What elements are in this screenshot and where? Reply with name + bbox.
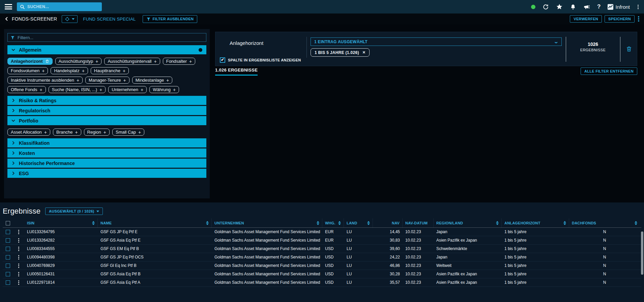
filter-search-field[interactable] xyxy=(7,33,206,42)
sort-icon[interactable] xyxy=(315,221,319,225)
column-header-nav[interactable]: NAV xyxy=(373,219,403,227)
filter-chip-region[interactable]: Region+ xyxy=(84,129,110,136)
filter-chip-anlagehorizont[interactable]: Anlagehorizont xyxy=(7,58,53,65)
row-kebab-menu[interactable] xyxy=(18,254,20,260)
back-icon[interactable] xyxy=(4,16,9,22)
discard-button[interactable]: VERWERFEN xyxy=(570,15,602,23)
filter-chip-fondsalter[interactable]: Fondsalter+ xyxy=(163,58,196,65)
scrollbar-thumb[interactable] xyxy=(641,231,643,275)
sort-icon[interactable] xyxy=(494,221,499,225)
vertical-scrollbar[interactable] xyxy=(641,231,643,299)
horizon-select[interactable]: 1 EINTRAG AUSGEWÄHLT ⌄ xyxy=(311,37,562,46)
help-icon[interactable]: ? xyxy=(597,3,601,10)
row-kebab-menu[interactable] xyxy=(18,238,20,243)
table-row[interactable]: LU0094480398GSF GS JP Eq Ptf OCSGoldman … xyxy=(3,253,641,262)
filter-section-risiko-ratings[interactable]: Risiko & Ratings xyxy=(7,96,206,105)
sort-icon[interactable] xyxy=(633,221,637,225)
column-header-anlagehorizont[interactable]: ANLAGEHORIZONT xyxy=(502,219,569,227)
column-header-dachfonds[interactable]: DACHFONDS xyxy=(569,219,640,227)
filter-chip-mindestanlage[interactable]: Mindestanlage+ xyxy=(132,77,173,84)
column-header-land[interactable]: LAND xyxy=(344,219,373,227)
filter-chip-asset-allocation[interactable]: Asset Allocation+ xyxy=(7,129,50,136)
toolbar-kebab-menu[interactable] xyxy=(637,16,640,22)
cell-whg: USD xyxy=(322,255,344,259)
column-header-unternehmen[interactable]: UNTERNEHMEN xyxy=(212,219,322,227)
selected-dropdown[interactable]: AUSGEWÄHLT (0 / 1026) xyxy=(45,208,103,215)
topbar-kebab-menu[interactable] xyxy=(637,4,639,10)
link-channel-button[interactable] xyxy=(62,15,78,23)
remove-value-icon[interactable]: ✕ xyxy=(362,50,366,55)
select-all-checkbox[interactable] xyxy=(6,221,10,225)
column-header-name[interactable]: NAME xyxy=(98,219,212,227)
sort-icon[interactable] xyxy=(336,221,341,225)
search-input[interactable] xyxy=(27,4,99,9)
row-kebab-menu[interactable] xyxy=(18,280,20,285)
row-kebab-menu[interactable] xyxy=(18,271,20,277)
filter-section-regulatorisch[interactable]: Regulatorisch xyxy=(7,106,206,115)
results-count-link[interactable]: 1.026 ERGEBNISSE xyxy=(215,67,258,76)
filter-section-klassifikation[interactable]: Klassifikation xyxy=(7,138,206,147)
row-checkbox[interactable] xyxy=(6,280,10,285)
filter-chip-fondsvolumen[interactable]: Fondsvolumen+ xyxy=(7,67,48,74)
star-icon[interactable] xyxy=(556,3,563,10)
row-checkbox[interactable] xyxy=(6,255,10,259)
filter-chip-handelsplatz[interactable]: Handelsplatz+ xyxy=(51,67,88,74)
filter-chip-branche[interactable]: Branche+ xyxy=(53,129,81,136)
selected-value-chip[interactable]: 1 BIS 5 JAHRE (1.026) ✕ xyxy=(311,48,370,57)
table-row[interactable]: LU0083344555GSF GS EM Eq Ptf BGoldman Sa… xyxy=(3,245,641,253)
filter-chip-w-hrung[interactable]: Währung+ xyxy=(149,86,179,93)
row-checkbox[interactable] xyxy=(6,264,10,268)
filter-chip-aussch-ttungsintervall[interactable]: Ausschüttungsintervall+ xyxy=(104,58,160,65)
table-row[interactable]: LU0133264795GSF GS JP Eq Ptf EGoldman Sa… xyxy=(3,228,641,236)
filter-search-input[interactable] xyxy=(18,35,203,40)
hamburger-menu-icon[interactable] xyxy=(5,4,12,9)
sort-icon[interactable] xyxy=(204,221,209,225)
checkbox-icon[interactable] xyxy=(220,57,225,63)
refresh-icon[interactable] xyxy=(543,4,549,10)
row-checkbox[interactable] xyxy=(6,230,10,234)
filter-chip-aussch-ttungstyp[interactable]: Ausschüttungstyp+ xyxy=(55,58,102,65)
row-kebab-menu[interactable] xyxy=(18,263,20,269)
result-count-label: ERGEBNISSE xyxy=(566,48,620,52)
sort-icon[interactable] xyxy=(365,221,370,225)
filter-section-historische-performance[interactable]: Historische Performance xyxy=(7,159,206,168)
save-button[interactable]: SPEICHERN xyxy=(605,15,635,23)
row-checkbox[interactable] xyxy=(6,247,10,251)
row-kebab-menu[interactable] xyxy=(18,246,20,252)
column-header-whg[interactable]: WHG. xyxy=(322,219,344,227)
filter-chip-inaktive-instrumente-ausblenden[interactable]: Inaktive Instrumente ausblenden+ xyxy=(7,77,83,84)
filter-chip-small-cap[interactable]: Small Cap+ xyxy=(112,129,144,136)
filter-section-esg[interactable]: ESG xyxy=(7,169,206,178)
remove-filter-button[interactable] xyxy=(620,32,638,66)
clear-all-filters-button[interactable]: ALLE FILTER ENTFERNEN xyxy=(581,67,637,75)
column-header-isin[interactable]: ISIN xyxy=(24,219,98,227)
chip-label: Asset Allocation xyxy=(11,130,42,135)
sort-icon[interactable] xyxy=(561,221,566,225)
bell-icon[interactable] xyxy=(570,4,576,10)
divider xyxy=(306,37,307,58)
column-header-region-land[interactable]: REGION/LAND xyxy=(434,219,502,227)
table-row[interactable]: LU0122971814GSF GS Asia Eq Ptf AGoldman … xyxy=(3,278,641,287)
filter-chip-manager-tenure[interactable]: Manager-Tenure+ xyxy=(85,77,129,84)
global-search[interactable] xyxy=(17,2,102,11)
filter-section-portfolio[interactable]: Portfolio xyxy=(7,116,206,125)
filter-chip-offene-fonds[interactable]: Offene Fonds+ xyxy=(7,86,46,93)
filter-chip-haupttranche[interactable]: Haupttranche+ xyxy=(91,67,129,74)
filter-chip-unternehmen[interactable]: Unternehmen+ xyxy=(108,86,147,93)
sort-icon[interactable] xyxy=(90,221,95,225)
row-checkbox[interactable] xyxy=(6,238,10,243)
trash-icon[interactable] xyxy=(45,59,49,63)
megaphone-icon[interactable] xyxy=(583,3,590,10)
row-kebab-menu[interactable] xyxy=(18,229,20,235)
table-row[interactable]: LU0040769829GSF Gl Eq Inc Ptf BGoldman S… xyxy=(3,262,641,270)
table-row[interactable]: LU0133264282GSF GS Asia Eq Ptf EGoldman … xyxy=(3,236,641,245)
filter-chip-suche-name-isin[interactable]: Suche (Name, ISIN, ...)+ xyxy=(49,86,106,93)
column-header-nav-datum[interactable]: NAV-DATUM xyxy=(403,219,434,227)
hide-filters-button[interactable]: FILTER AUSBLENDEN xyxy=(143,15,198,23)
show-column-checkbox[interactable]: SPALTE IN ERGEBNISLISTE ANZEIGEN xyxy=(220,57,301,63)
filter-section-kosten[interactable]: Kosten xyxy=(7,148,206,158)
row-checkbox[interactable] xyxy=(6,272,10,276)
table-row[interactable]: LU0050126431GSF GS Asia Eq Ptf BGoldman … xyxy=(3,270,641,278)
filter-section-allgemein[interactable]: Allgemein xyxy=(7,45,206,54)
chevron-down-icon: ⌄ xyxy=(554,39,559,44)
